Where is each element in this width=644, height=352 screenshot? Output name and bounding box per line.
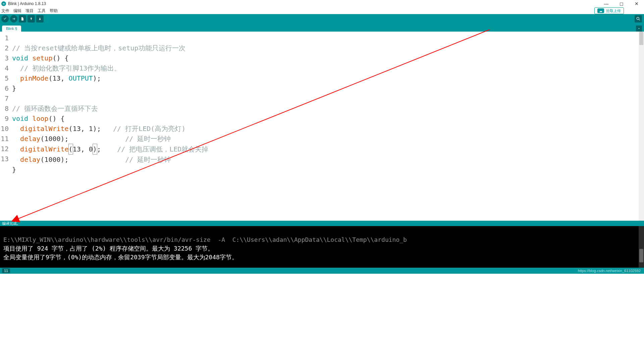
- line-number: 3: [0, 53, 9, 63]
- code-text: }: [12, 84, 16, 92]
- close-button[interactable]: ✕: [629, 0, 644, 7]
- code-func: pinMode: [20, 74, 48, 82]
- line-gutter: 1 2 3 4 5 6 7 8 9 10 11 12 13: [0, 32, 11, 221]
- console-scrollbar[interactable]: [639, 226, 644, 268]
- console-line: E:\\MIXly_WIN\\arduino\\hardware\\tools\…: [3, 235, 641, 244]
- menu-edit[interactable]: 编辑: [13, 8, 21, 14]
- line-indicator: 11: [2, 268, 10, 273]
- code-text: () {: [52, 54, 68, 62]
- line-number: 4: [0, 63, 9, 73]
- bracket-highlight: ): [93, 144, 97, 155]
- code-comment: // 延时一秒钟: [125, 135, 171, 143]
- line-number: 2: [0, 43, 9, 53]
- bracket-highlight: (: [68, 144, 73, 155]
- line-number: 12: [0, 144, 9, 154]
- cloud-label: 拾取上传: [606, 8, 621, 13]
- minimize-button[interactable]: —: [599, 0, 614, 7]
- code-func: setup: [32, 54, 52, 62]
- code-editor[interactable]: 1 2 3 4 5 6 7 8 9 10 11 12 13 // 当按reset…: [0, 32, 644, 221]
- cloud-icon: ☁: [597, 8, 604, 13]
- cloud-upload-button[interactable]: ☁ 拾取上传: [594, 7, 624, 14]
- code-text: () {: [48, 115, 64, 123]
- toolbar: ☁ 拾取上传: [0, 14, 644, 24]
- line-number: 6: [0, 83, 9, 93]
- code-comment: // 当按reset键或给单板上电时，setup功能只运行一次: [12, 44, 185, 52]
- tab-blink[interactable]: Blink §: [2, 26, 21, 32]
- code-comment: // 打开LED(高为亮灯): [113, 125, 185, 133]
- line-number: 8: [0, 103, 9, 114]
- line-number: 13: [0, 154, 9, 164]
- code-text: 13, 0: [73, 145, 93, 153]
- scrollbar-thumb[interactable]: [639, 32, 643, 45]
- menu-tools[interactable]: 工具: [38, 8, 46, 14]
- menu-file[interactable]: 文件: [1, 8, 9, 14]
- app-logo-icon: [1, 1, 6, 6]
- console-line: 全局变量使用了9字节，(0%)的动态内存，余留2039字节局部变量。最大为204…: [3, 253, 641, 262]
- verify-button[interactable]: [1, 15, 9, 23]
- line-number: 1: [0, 33, 9, 43]
- console-line: 项目使用了 924 字节，占用了 (2%) 程序存储空间。最大为 32256 字…: [3, 244, 641, 253]
- code-text: (13,: [48, 74, 68, 82]
- code-func: digitalWrite: [20, 145, 69, 153]
- scrollbar-thumb[interactable]: [639, 249, 643, 262]
- code-comment: // 循环函数会一直循环下去: [12, 104, 98, 113]
- footer-bar: 11 https://blog.csdn.net/weixin_61102592: [0, 268, 644, 274]
- line-number: 10: [0, 124, 9, 134]
- code-comment: // 把电压调低，LED就会关掉: [117, 145, 208, 153]
- code-comment: // 延时一秒钟: [125, 156, 171, 164]
- menu-bar: 文件 编辑 项目 工具 帮助: [0, 7, 644, 14]
- watermark-text: https://blog.csdn.net/weixin_61102592: [578, 269, 641, 273]
- tab-bar: Blink §: [0, 24, 644, 32]
- code-func: delay: [20, 135, 40, 143]
- window-title: Blink | Arduino 1.8.13: [8, 1, 46, 6]
- code-text: ;: [97, 145, 101, 153]
- code-comment: // 初始化数字引脚13作为输出。: [20, 64, 121, 72]
- line-number: 5: [0, 73, 9, 83]
- code-func: delay: [20, 156, 40, 164]
- code-func: digitalWrite: [20, 125, 69, 133]
- status-bar: 编译完成。: [0, 221, 644, 226]
- menu-help[interactable]: 帮助: [50, 8, 58, 14]
- new-button[interactable]: [19, 15, 26, 23]
- maximize-button[interactable]: ◻: [614, 0, 629, 7]
- line-number: 9: [0, 114, 9, 124]
- code-text: }: [12, 166, 16, 174]
- status-message: 编译完成。: [2, 221, 20, 226]
- editor-scrollbar[interactable]: [639, 32, 644, 221]
- code-text: (1000);: [40, 156, 68, 164]
- tab-menu-button[interactable]: [636, 26, 642, 32]
- upload-button[interactable]: [10, 15, 17, 23]
- code-keyword: void: [12, 115, 28, 123]
- code-area[interactable]: // 当按reset键或给单板上电时，setup功能只运行一次 void set…: [11, 32, 644, 221]
- menu-sketch[interactable]: 项目: [25, 8, 34, 14]
- code-text: (1000);: [40, 135, 68, 143]
- save-button[interactable]: [36, 15, 44, 23]
- code-text: );: [93, 74, 101, 82]
- open-button[interactable]: [28, 15, 35, 23]
- line-number: 11: [0, 134, 9, 144]
- title-bar: Blink | Arduino 1.8.13 — ◻ ✕: [0, 0, 644, 7]
- code-func: loop: [32, 115, 48, 123]
- code-keyword: void: [12, 54, 28, 62]
- serial-monitor-button[interactable]: [635, 15, 642, 23]
- code-const: OUTPUT: [69, 74, 93, 82]
- line-number: 7: [0, 93, 9, 103]
- output-console[interactable]: E:\\MIXly_WIN\\arduino\\hardware\\tools\…: [0, 226, 644, 268]
- code-text: (13, 1);: [69, 125, 101, 133]
